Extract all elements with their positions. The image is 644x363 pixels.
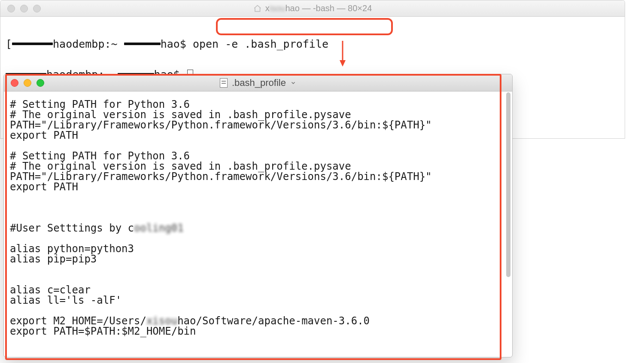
scrollbar-thumb[interactable] (506, 92, 510, 277)
redacted-text (124, 43, 161, 45)
terminal-line: [haodembp:~ hao$ open -e .bash_profile (6, 37, 620, 52)
redacted-text: isou (270, 3, 286, 13)
terminal-traffic-lights (0, 5, 41, 12)
editor-traffic-lights (4, 79, 44, 87)
minimize-icon[interactable] (20, 5, 28, 12)
terminal-title-user: hao (285, 3, 299, 13)
terminal-title-rest: — -bash — 80×24 (300, 3, 372, 13)
redacted-text: ooling01 (134, 222, 184, 234)
terminal-command: open -e .bash_profile (193, 38, 328, 50)
minimize-icon[interactable] (24, 79, 31, 87)
terminal-host: haodembp:~ (53, 38, 124, 50)
maximize-icon[interactable] (36, 79, 44, 87)
chevron-down-icon[interactable] (290, 80, 296, 86)
close-icon[interactable] (11, 79, 18, 87)
text-editor-window: .bash_profile # Setting PATH for Python … (3, 74, 513, 357)
terminal-title-prefix: x (265, 3, 270, 13)
redacted-text: xisou (146, 315, 177, 327)
scrollbar[interactable] (505, 92, 511, 355)
maximize-icon[interactable] (33, 5, 41, 12)
document-icon (220, 78, 228, 88)
close-icon[interactable] (7, 5, 15, 12)
terminal-titlebar[interactable]: xisouhao — -bash — 80×24 (0, 0, 625, 17)
editor-title[interactable]: .bash_profile (220, 77, 296, 88)
editor-title-text: .bash_profile (232, 77, 286, 88)
editor-titlebar[interactable]: .bash_profile (4, 74, 512, 92)
redacted-text (12, 43, 53, 45)
editor-content[interactable]: # Setting PATH for Python 3.6 # The orig… (4, 92, 512, 357)
terminal-title: xisouhao — -bash — 80×24 (253, 3, 372, 13)
terminal-user: hao$ (161, 38, 193, 50)
home-icon (253, 4, 262, 13)
